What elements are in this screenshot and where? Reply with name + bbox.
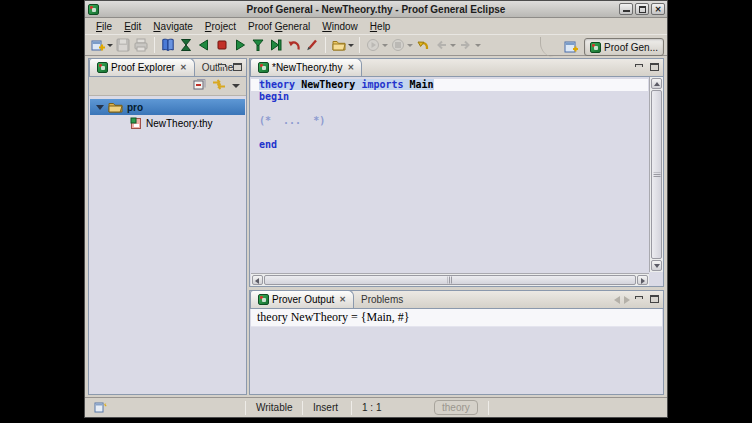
- output-tabrow: Prover Output ✕ Problems: [250, 291, 663, 309]
- editor-horizontal-scrollbar[interactable]: [251, 273, 649, 286]
- close-icon[interactable]: ✕: [347, 63, 354, 72]
- code-line[interactable]: end: [251, 139, 648, 151]
- menu-help[interactable]: Help: [364, 20, 397, 33]
- tab-prover-output[interactable]: Prover Output ✕: [250, 290, 354, 308]
- maximize-editor-icon[interactable]: [649, 62, 660, 73]
- open-perspective-button[interactable]: [562, 37, 580, 57]
- explorer-view-toolbar: [89, 77, 246, 96]
- code-line[interactable]: theory NewTheory imports Main: [251, 79, 648, 91]
- perspective-label: Proof Gen...: [604, 42, 658, 53]
- proof-explorer-icon: [97, 62, 108, 73]
- close-icon[interactable]: ✕: [180, 63, 187, 72]
- undo-step-button[interactable]: [195, 35, 213, 55]
- menu-file[interactable]: File: [90, 20, 118, 33]
- activate-scripting-pen-button[interactable]: [303, 35, 321, 55]
- expand-arrow-icon[interactable]: [96, 105, 104, 110]
- statusbar: Writable Insert 1 : 1 theory: [85, 397, 667, 417]
- editor-content[interactable]: theory NewTheory imports Mainbegin(* ...…: [251, 77, 648, 272]
- view-menu-icon[interactable]: [232, 84, 240, 88]
- proof-general-perspective-button[interactable]: Proof Gen...: [584, 38, 664, 56]
- titlebar[interactable]: Proof General - NewTheory.thy - Proof Ge…: [85, 1, 667, 18]
- menu-proof-general[interactable]: Proof General: [242, 20, 316, 33]
- vertical-scroll-thumb[interactable]: [651, 90, 662, 259]
- menu-edit[interactable]: Edit: [118, 20, 147, 33]
- toolbar-separator: [325, 37, 326, 53]
- collapse-all-icon[interactable]: [193, 77, 206, 95]
- tree-item-pro[interactable]: pro: [90, 99, 245, 115]
- menu-navigate[interactable]: Navigate: [147, 20, 198, 33]
- theory-editor-icon: [258, 62, 269, 73]
- retract-all-button[interactable]: [285, 35, 303, 55]
- editor-tab-label: *NewTheory.thy: [272, 62, 342, 73]
- proof-explorer-view: Proof Explorer ✕ Outline: [88, 58, 247, 395]
- insert-mode-status: Insert: [303, 402, 351, 413]
- fast-view-icon[interactable]: [93, 400, 107, 415]
- goto-target-button[interactable]: [249, 35, 267, 55]
- scroll-down-icon[interactable]: [651, 260, 662, 271]
- code-line[interactable]: [251, 127, 648, 139]
- restart-prover-hourglass-button[interactable]: [177, 35, 195, 55]
- application-window: Proof General - NewTheory.thy - Proof Ge…: [84, 0, 668, 418]
- editor-tabrow: *NewTheory.thy ✕: [250, 59, 663, 77]
- prover-output-line: theory NewTheory = {Main, #}: [251, 309, 662, 327]
- close-window-button[interactable]: ✕: [651, 3, 665, 15]
- open-definition-book-button[interactable]: [159, 35, 177, 55]
- scroll-left-icon[interactable]: [252, 275, 263, 285]
- project-tree: proNewTheory.thy: [90, 97, 245, 393]
- minimize-window-button[interactable]: [619, 3, 633, 15]
- menu-window[interactable]: Window: [316, 20, 364, 33]
- minimize-editor-icon[interactable]: [634, 62, 645, 73]
- last-edit-location-button[interactable]: [414, 35, 432, 55]
- theory-context-button[interactable]: theory: [434, 400, 478, 415]
- stop-button[interactable]: [213, 35, 231, 55]
- back-button[interactable]: [432, 35, 457, 55]
- editor-area: *NewTheory.thy ✕ theory NewTheory import…: [249, 58, 664, 287]
- next-step-button[interactable]: [231, 35, 249, 55]
- editor-vertical-scrollbar[interactable]: [649, 77, 663, 272]
- scroll-right-icon[interactable]: [637, 275, 648, 285]
- run-tool-button[interactable]: [364, 35, 389, 55]
- window-title: Proof General - NewTheory.thy - Proof Ge…: [85, 4, 667, 15]
- forward-button[interactable]: [457, 35, 482, 55]
- scroll-up-icon[interactable]: [651, 78, 662, 89]
- tab-problems[interactable]: Problems: [354, 290, 410, 308]
- caret-position-status: 1 : 1: [352, 402, 404, 413]
- main-toolbar: Proof Gen...: [85, 34, 667, 56]
- minimize-view-icon[interactable]: [217, 62, 228, 73]
- horizontal-scroll-thumb[interactable]: [264, 275, 636, 285]
- code-line[interactable]: [251, 103, 648, 115]
- close-icon[interactable]: ✕: [339, 295, 346, 304]
- process-to-end-button[interactable]: [267, 35, 285, 55]
- open-folder-icon: [108, 101, 123, 113]
- workbench-area: Proof Explorer ✕ Outline: [85, 57, 667, 397]
- tab-newtheory-editor[interactable]: *NewTheory.thy ✕: [250, 58, 362, 76]
- tree-item-newtheory-thy[interactable]: NewTheory.thy: [90, 115, 245, 131]
- proof-general-app-icon: [88, 4, 99, 15]
- save-button[interactable]: [114, 35, 132, 55]
- maximize-view-icon[interactable]: [232, 62, 243, 73]
- open-folder-button[interactable]: [330, 35, 355, 55]
- prover-output-content[interactable]: theory NewTheory = {Main, #}: [251, 309, 662, 393]
- code-line[interactable]: (* ... *): [251, 115, 648, 127]
- new-wizard-button[interactable]: [89, 35, 114, 55]
- print-button[interactable]: [132, 35, 150, 55]
- prover-output-icon: [258, 294, 269, 305]
- menu-project[interactable]: Project: [199, 20, 242, 33]
- link-with-editor-icon[interactable]: [212, 77, 226, 95]
- code-line[interactable]: begin: [251, 91, 648, 103]
- tree-item-label: pro: [127, 102, 143, 113]
- theory-file-icon: [130, 117, 142, 130]
- writable-status: Writable: [246, 402, 302, 413]
- maximize-view-icon[interactable]: [649, 294, 660, 305]
- statusbar-separator: [488, 401, 489, 415]
- output-back-icon[interactable]: [614, 296, 620, 304]
- minimize-view-icon[interactable]: [634, 294, 645, 305]
- toolbar-separator: [359, 37, 360, 53]
- output-forward-icon[interactable]: [624, 296, 630, 304]
- external-tools-button[interactable]: [389, 35, 414, 55]
- explorer-tabrow: Proof Explorer ✕ Outline: [89, 59, 246, 77]
- maximize-window-button[interactable]: [635, 3, 649, 15]
- tree-item-label: NewTheory.thy: [146, 118, 213, 129]
- tab-proof-explorer[interactable]: Proof Explorer ✕: [89, 58, 195, 76]
- tab-label: Problems: [361, 294, 403, 305]
